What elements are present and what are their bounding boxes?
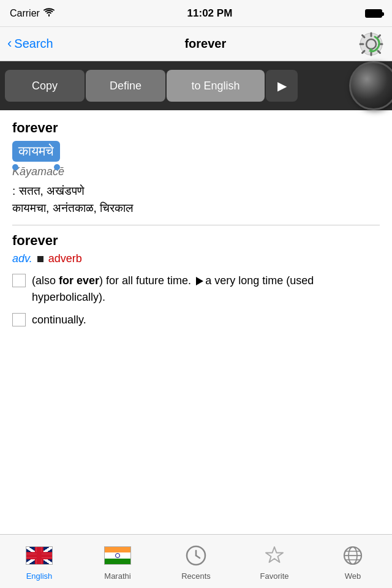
definition-word: forever xyxy=(12,233,380,249)
page-title: forever xyxy=(184,37,226,51)
svg-line-13 xyxy=(196,556,200,558)
tab-bar: English Marathi Recents xyxy=(0,534,392,588)
globe-icon xyxy=(339,542,366,569)
status-bar: Carrier 11:02 PM xyxy=(0,0,392,27)
carrier-info: Carrier xyxy=(10,8,55,19)
marathi-word-container: कायमचे xyxy=(12,141,380,162)
tab-web-label: Web xyxy=(345,571,361,581)
pos-abbreviation: adv. xyxy=(12,252,32,265)
tab-english[interactable]: English xyxy=(0,542,78,581)
clock-icon xyxy=(183,542,209,569)
to-english-button[interactable]: to English xyxy=(167,70,265,102)
part-of-speech-line: adv. adverb xyxy=(12,252,380,265)
back-label: Search xyxy=(14,37,53,51)
tab-marathi-label: Marathi xyxy=(104,571,130,581)
play-button[interactable]: ▶ xyxy=(266,70,298,102)
navigation-bar: ‹ Search forever xyxy=(0,27,392,61)
sense-text-2: continually. xyxy=(32,312,86,328)
selection-handle-left xyxy=(12,164,18,170)
battery-icon xyxy=(365,9,382,18)
define-button[interactable]: Define xyxy=(86,70,165,102)
section-divider xyxy=(12,225,380,225)
sense-checkbox-2[interactable] xyxy=(12,313,26,326)
tab-english-label: English xyxy=(26,571,53,581)
definition-item-2: continually. xyxy=(12,312,380,328)
marathi-selected-word[interactable]: कायमचे xyxy=(12,141,60,162)
svg-marker-14 xyxy=(266,547,283,562)
play-sense-icon[interactable] xyxy=(196,277,203,285)
settings-button[interactable] xyxy=(358,31,385,58)
wifi-icon xyxy=(43,8,55,19)
translation-line: : सतत, अखंडपणे xyxy=(12,184,380,198)
marathi-translation: कायमचा, अनंतकाळ, चिरकाल xyxy=(12,202,380,215)
chevron-left-icon: ‹ xyxy=(7,36,12,51)
speaker-knob xyxy=(349,61,392,110)
pos-full-name: adverb xyxy=(48,252,82,265)
selection-handle-right xyxy=(54,164,60,170)
english-flag-icon xyxy=(26,542,53,569)
tab-favorite-label: Favorite xyxy=(260,571,289,581)
tab-marathi[interactable]: Marathi xyxy=(78,542,157,581)
action-toolbar: Copy Define to English ▶ xyxy=(0,61,392,110)
pos-dot xyxy=(37,256,43,262)
main-content: forever कायमचे Kāyamacē : सतत, अखंडपणे क… xyxy=(0,110,392,344)
play-icon: ▶ xyxy=(277,78,287,93)
copy-button[interactable]: Copy xyxy=(5,70,85,102)
tab-favorite[interactable]: Favorite xyxy=(235,542,314,581)
star-icon xyxy=(261,542,288,569)
sense-checkbox-1[interactable] xyxy=(12,274,26,287)
pronunciation: Kāyamacē xyxy=(12,165,380,178)
sense-text-1: (also for ever) for all future time. a v… xyxy=(32,273,380,306)
tab-recents-label: Recents xyxy=(181,571,211,581)
tab-web[interactable]: Web xyxy=(314,542,392,581)
clock: 11:02 PM xyxy=(187,7,233,20)
definition-item-1: (also for ever) for all future time. a v… xyxy=(12,273,380,306)
tab-recents[interactable]: Recents xyxy=(157,542,235,581)
back-button[interactable]: ‹ Search xyxy=(7,37,53,51)
gear-icon xyxy=(358,31,385,58)
search-word: forever xyxy=(12,120,380,136)
carrier-label: Carrier xyxy=(10,8,40,19)
marathi-flag-icon xyxy=(104,542,131,569)
